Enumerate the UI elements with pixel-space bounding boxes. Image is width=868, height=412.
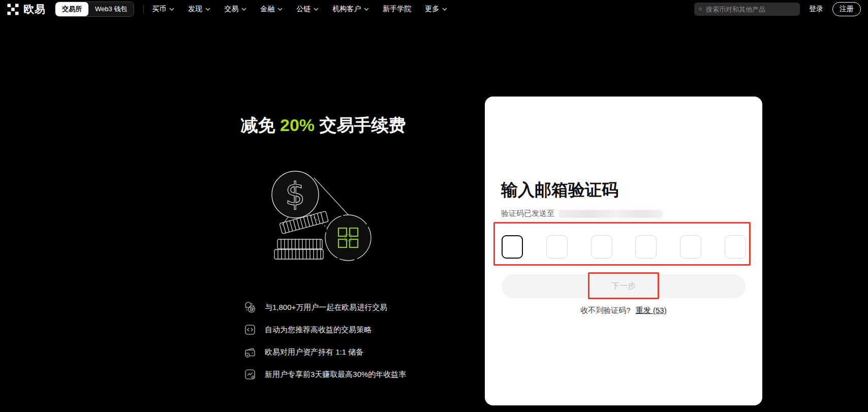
feature-item: 新用户专享前3天赚取最高30%的年收益率 — [243, 368, 406, 381]
nav-item[interactable]: 更多 — [425, 5, 447, 14]
nav-item-label: 公链 — [296, 5, 311, 14]
search-icon — [699, 6, 702, 13]
feature-text: 与1,800+万用户一起在欧易进行交易 — [265, 303, 387, 312]
nav-item[interactable]: 公链 — [296, 5, 319, 14]
login-button[interactable]: 登录 — [809, 5, 823, 14]
chevron-down-icon — [169, 8, 174, 11]
feature-item: 自动为您推荐高收益的交易策略 — [243, 323, 406, 336]
email-verification-card: 输入邮箱验证码 验证码已发送至 下一步 收不到验证码? 重发 (53) — [485, 97, 762, 405]
svg-text:$: $ — [285, 175, 305, 212]
feature-text: 新用户专享前3天赚取最高30%的年收益率 — [265, 370, 406, 379]
strategy-icon — [243, 323, 257, 336]
code-input-box-4[interactable] — [635, 235, 657, 259]
chevron-down-icon — [364, 8, 369, 11]
yield-icon — [243, 368, 257, 381]
nav-item-label: 发现 — [188, 5, 202, 14]
brand-logo[interactable]: 欧易 — [7, 2, 46, 16]
nav-item[interactable]: 金融 — [260, 5, 283, 14]
okx-verification-page: 欧易 交易所Web3 钱包 买币发现交易金融公链机构客户新手学院更多 登录 注册… — [0, 0, 868, 412]
chevron-down-icon — [277, 8, 283, 11]
chevron-down-icon — [241, 8, 246, 11]
headline-suffix: 交易手续费 — [315, 115, 406, 135]
nav-item-label: 更多 — [425, 5, 439, 14]
next-step-button[interactable]: 下一步 — [502, 274, 746, 298]
coins-icon — [243, 301, 257, 314]
chevron-down-icon — [205, 8, 210, 11]
resend-link[interactable]: 重发 (53) — [636, 306, 667, 314]
verification-code-inputs — [502, 235, 746, 259]
headline-highlight: 20% — [280, 115, 315, 135]
nav-item-label: 交易 — [224, 5, 238, 14]
nav-right: 登录 注册 — [694, 2, 861, 16]
nav-item[interactable]: 交易 — [224, 5, 246, 14]
search-input[interactable] — [706, 6, 795, 13]
wallet-icon — [243, 345, 257, 359]
toggle-segment-0[interactable]: 交易所 — [55, 2, 88, 16]
resend-question-text: 收不到验证码? — [580, 306, 630, 314]
top-nav: 欧易 交易所Web3 钱包 买币发现交易金融公链机构客户新手学院更多 登录 注册 — [0, 0, 868, 18]
code-input-box-6[interactable] — [725, 235, 746, 259]
main-menu: 买币发现交易金融公链机构客户新手学院更多 — [152, 5, 447, 14]
code-input-box-2[interactable] — [546, 235, 568, 259]
nav-item[interactable]: 发现 — [188, 5, 210, 14]
feature-item: 与1,800+万用户一起在欧易进行交易 — [243, 301, 406, 314]
subtitle-text: 验证码已发送至 — [501, 209, 554, 218]
nav-item-label: 买币 — [152, 5, 166, 14]
product-toggle: 交易所Web3 钱包 — [55, 2, 134, 17]
code-sent-subtitle: 验证码已发送至 — [501, 209, 663, 218]
headline-prefix: 减免 — [241, 115, 280, 135]
okx-logo-icon — [7, 4, 19, 15]
dollar-coins-illustration: $ — [253, 157, 379, 267]
feature-item: 欧易对用户资产持有 1:1 储备 — [243, 345, 406, 359]
feature-text: 自动为您推荐高收益的交易策略 — [265, 325, 371, 335]
code-input-box-5[interactable] — [680, 235, 701, 259]
toggle-segment-1[interactable]: Web3 钱包 — [88, 2, 134, 16]
code-input-box-3[interactable] — [591, 235, 612, 259]
register-button[interactable]: 注册 — [832, 2, 861, 16]
code-input-box-1[interactable] — [502, 235, 523, 259]
brand-name: 欧易 — [23, 2, 46, 16]
feature-list: 与1,800+万用户一起在欧易进行交易自动为您推荐高收益的交易策略欧易对用户资产… — [243, 301, 406, 381]
card-title: 输入邮箱验证码 — [501, 179, 618, 202]
nav-item[interactable]: 新手学院 — [383, 5, 411, 14]
chevron-down-icon — [314, 8, 319, 11]
nav-item-label: 机构客户 — [332, 5, 361, 14]
promo-headline: 减免 20% 交易手续费 — [213, 114, 433, 137]
nav-item-label: 新手学院 — [383, 5, 411, 14]
chevron-down-icon — [442, 8, 447, 11]
search-box[interactable] — [694, 3, 800, 16]
nav-item[interactable]: 买币 — [152, 5, 174, 14]
nav-item-label: 金融 — [260, 5, 274, 14]
nav-item[interactable]: 机构客户 — [332, 5, 369, 14]
feature-text: 欧易对用户资产持有 1:1 储备 — [265, 347, 363, 357]
redacted-email — [559, 210, 663, 218]
nav-divider — [143, 5, 144, 13]
resend-row: 收不到验证码? 重发 (53) — [485, 306, 762, 315]
